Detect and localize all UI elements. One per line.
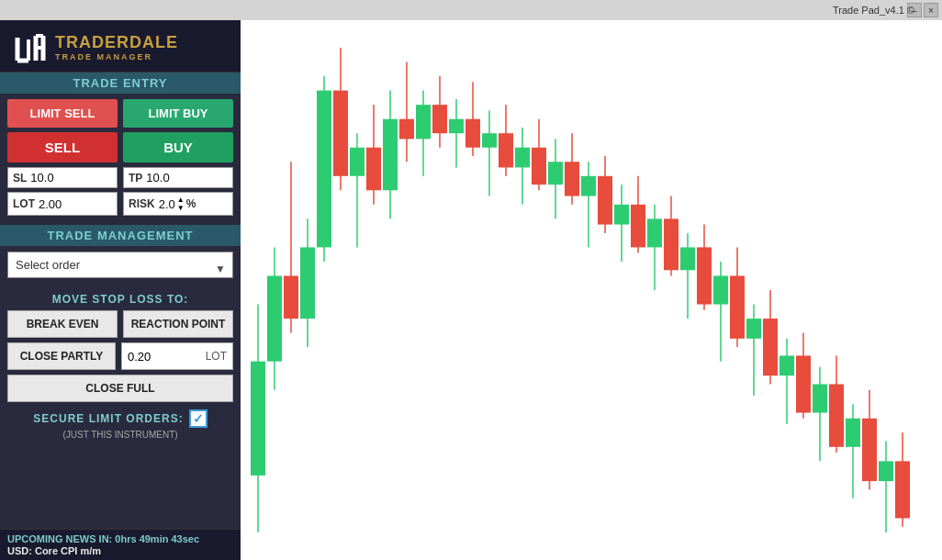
usd-label: USD: — [7, 545, 32, 556]
logo-icon — [9, 28, 48, 66]
price-chart — [241, 20, 942, 560]
logo-area: TRADERDALE TRADE MANAGER — [0, 20, 241, 73]
secure-sublabel: (JUST THIS INSTRUMENT) — [7, 430, 233, 440]
secure-checkbox[interactable]: ✓ — [189, 409, 207, 428]
lot-label: LOT — [13, 197, 35, 210]
logo-subtitle: TRADE MANAGER — [55, 52, 178, 62]
trade-management-header: TRADE MANAGEMENT — [0, 225, 241, 246]
close-partly-row: CLOSE PARTLY 0.20 LOT — [7, 342, 233, 370]
logo-name: TRADERDALE — [55, 33, 178, 52]
close-button[interactable]: × — [924, 3, 938, 17]
lot-risk-row: LOT 2.00 RISK 2.0 ▲ ▼ % — [7, 192, 233, 216]
usd-news: USD: Core CPI m/m — [7, 545, 233, 556]
risk-unit: % — [186, 197, 196, 210]
close-partly-button[interactable]: CLOSE PARTLY — [7, 342, 116, 370]
logo-text: TRADERDALE TRADE MANAGER — [55, 33, 178, 62]
upcoming-news-label: UPCOMING NEWS IN: — [7, 533, 112, 544]
sell-button[interactable]: SELL — [7, 132, 118, 162]
limit-buttons-row: LIMIT SELL LIMIT BUY — [7, 99, 233, 128]
sl-label: SL — [13, 172, 27, 185]
trade-entry-header: TRADE ENTRY — [0, 73, 241, 94]
sl-tp-row: SL 10.0 TP 10.0 — [7, 167, 233, 188]
trade-management-panel: Select order ▼ MOVE STOP LOSS TO: BREAK … — [0, 246, 241, 529]
trade-entry-panel: LIMIT SELL LIMIT BUY SELL BUY SL 10.0 TP… — [0, 94, 241, 225]
title-bar-label: Trade Pad_v4.1 © — [833, 5, 914, 16]
sell-buy-row: SELL BUY — [7, 132, 233, 162]
chart-area — [241, 20, 942, 560]
tp-field: TP 10.0 — [123, 167, 233, 188]
usd-value: Core CPI m/m — [35, 545, 101, 556]
secure-row: SECURE LIMIT ORDERS: ✓ — [7, 409, 233, 428]
select-order-wrapper: Select order ▼ — [7, 252, 233, 286]
move-stop-label: MOVE STOP LOSS TO: — [7, 293, 233, 306]
close-partly-lot-label: LOT — [206, 350, 227, 363]
secure-label: SECURE LIMIT ORDERS: — [33, 412, 183, 425]
sl-value[interactable]: 10.0 — [30, 171, 53, 185]
risk-spinner[interactable]: ▲ ▼ — [177, 196, 185, 212]
risk-label: RISK — [129, 197, 155, 210]
select-order-dropdown[interactable]: Select order — [7, 252, 233, 278]
tp-label: TP — [129, 172, 142, 185]
upcoming-news-time: 0hrs 49min 43sec — [115, 533, 199, 544]
news-section: UPCOMING NEWS IN: 0hrs 49min 43sec USD: … — [0, 529, 241, 560]
sl-field: SL 10.0 — [7, 167, 118, 188]
checkmark-icon: ✓ — [193, 411, 204, 426]
risk-field: RISK 2.0 ▲ ▼ % — [123, 192, 233, 216]
lot-value[interactable]: 2.00 — [39, 197, 62, 211]
lot-field: LOT 2.00 — [7, 192, 118, 216]
close-partly-lot-value[interactable]: 0.20 — [128, 350, 151, 364]
break-even-reaction-row: BREAK EVEN REACTION POINT — [7, 310, 233, 338]
limit-buy-button[interactable]: LIMIT BUY — [123, 99, 233, 128]
close-partly-lot-box: 0.20 LOT — [121, 342, 233, 370]
left-panel: TRADERDALE TRADE MANAGER TRADE ENTRY LIM… — [0, 20, 241, 560]
title-bar: Trade Pad_v4.1 © – × — [0, 0, 942, 20]
close-full-button[interactable]: CLOSE FULL — [7, 375, 233, 402]
buy-button[interactable]: BUY — [123, 132, 233, 162]
risk-value[interactable]: 2.0 — [159, 197, 175, 211]
limit-sell-button[interactable]: LIMIT SELL — [7, 99, 118, 128]
break-even-button[interactable]: BREAK EVEN — [7, 310, 118, 338]
tp-value[interactable]: 10.0 — [146, 171, 169, 185]
reaction-point-button[interactable]: REACTION POINT — [123, 310, 233, 338]
upcoming-news: UPCOMING NEWS IN: 0hrs 49min 43sec — [7, 533, 233, 544]
